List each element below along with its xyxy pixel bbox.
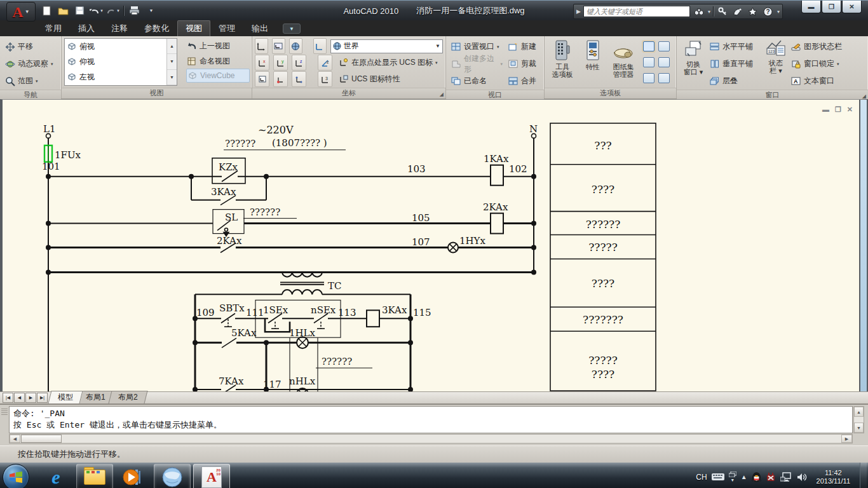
schematic-canvas[interactable]: L1 N ~220V ?????? (1807???? ) 1FUx 101 K… [3,100,859,391]
ime-language-indicator[interactable]: CH [696,473,707,482]
ime-toolbar[interactable]: ▾ [729,471,736,483]
favorites-button[interactable] [747,6,759,17]
command-line[interactable]: 命令: '_PAN按 Esc 或 Enter 键退出，或单击右键显示快捷菜单。 [9,406,853,433]
taskbar-wmp-button[interactable] [116,464,151,488]
panel-launcher-icon[interactable]: ◢ [440,90,444,99]
network-icon[interactable] [780,472,792,482]
view-list[interactable]: 俯视 仰视 左视 ▲ ▼ ▼ [64,38,177,86]
ucs-named-button[interactable] [313,38,327,54]
tab-view[interactable]: 视图 [177,20,210,36]
ucs-world-button[interactable] [255,38,268,54]
drawing-area[interactable]: L1 N ~220V ?????? (1807???? ) 1FUx 101 K… [0,99,868,391]
application-menu-button[interactable]: A▼ [6,2,36,22]
view-list-scrollbar[interactable]: ▲ ▼ ▼ [166,39,177,85]
close-button[interactable]: ✕ [842,1,862,13]
scrollbar-thumb[interactable] [21,435,62,443]
tab-manage[interactable]: 管理 [210,20,243,36]
ucs-previous-button[interactable] [272,38,285,54]
drawing-status-bar-button[interactable]: 图形状态栏 [789,38,865,55]
scroll-down-icon[interactable]: ▼ [854,423,864,433]
undo-button[interactable]: ▾ [89,4,104,17]
show-hidden-icons-button[interactable]: ▲ [741,473,747,480]
tile-vertical-button[interactable]: 垂直平铺 [707,55,763,72]
search-button[interactable] [693,6,705,17]
viewport-new-button[interactable]: 新建 [506,38,541,55]
next-tab-button[interactable]: ▶ [25,393,36,403]
zoom-extents-button[interactable]: 范围▾ [3,72,58,90]
tab-model[interactable]: 模型 [48,391,83,403]
viewport-named-button[interactable]: 已命名 [449,72,505,90]
ucs-3point-button[interactable] [292,71,306,87]
view-list-item-top[interactable]: 俯视 [65,39,166,54]
taskbar-browser-button[interactable] [154,464,191,488]
redo-button[interactable]: ▾ [105,4,120,17]
scroll-right-icon[interactable]: ▶ [841,435,852,443]
minimize-button[interactable]: ▬ [801,1,821,13]
scroll-left-icon[interactable]: ◀ [10,435,20,443]
command-vscrollbar[interactable]: ▲ ▼ [853,406,864,433]
open-button[interactable] [56,4,71,17]
new-button[interactable] [39,4,54,17]
view-list-item-bottom[interactable]: 仰视 [65,54,166,69]
dbconnect-palette-button[interactable] [641,54,656,70]
tab-annotate[interactable]: 注释 [103,20,136,36]
ucs-3-button[interactable]: 3 [318,71,332,87]
first-tab-button[interactable]: |◀ [3,393,13,403]
scroll-split-icon[interactable]: ▼ [167,70,177,85]
tab-layout2[interactable]: 布局2 [108,391,147,403]
lights-palette-button[interactable] [656,70,672,86]
drawing-minimize-button[interactable]: ▬ [822,106,829,113]
search-scope-dropdown[interactable]: ▾ [708,9,710,15]
ucs-x-button[interactable]: x [255,55,269,71]
viewport-polygonal-button[interactable]: 创建多边形▾ [449,55,505,72]
ucs-origin-button[interactable] [273,71,288,87]
search-input[interactable] [583,6,690,17]
help-button[interactable]: ? [762,6,775,17]
tab-output[interactable]: 输出 [243,20,276,36]
command-window-grip[interactable] [1,407,8,415]
tab-home[interactable]: 常用 [37,20,70,36]
ribbon-minimize-button[interactable]: ▼ [283,24,301,34]
viewcube-button[interactable]: ViewCube [186,69,250,83]
drawing-close-button[interactable]: ✕ [847,106,853,113]
chevron-down-icon[interactable]: ▼ [435,43,440,49]
taskbar-explorer-button[interactable] [76,464,113,488]
start-button[interactable] [3,464,29,488]
ucs-y-button[interactable]: y [273,55,288,71]
properties-palette-button[interactable]: 特性 [578,38,608,88]
speaker-icon[interactable] [797,473,807,482]
plugin-alert-icon[interactable] [766,472,776,482]
ucs-view-button[interactable] [255,71,269,87]
cascade-button[interactable]: 层叠 [707,72,763,90]
scroll-down-icon[interactable]: ▼ [167,54,177,69]
scroll-up-icon[interactable]: ▲ [854,407,864,417]
command-hscrollbar[interactable]: ◀ ▶ [9,434,853,444]
ucs-zaxis-button[interactable]: z [318,55,332,71]
keyboard-icon[interactable] [712,473,724,481]
named-views-button[interactable]: 命名视图 [186,53,250,69]
tile-horizontal-button[interactable]: 水平平铺 [707,38,763,55]
orbit-button[interactable]: 动态观察▾ [3,55,58,72]
show-desktop-button[interactable] [860,463,867,488]
viewport-clip-button[interactable]: 剪裁 [506,55,541,72]
window-lock-button[interactable]: 窗口锁定▾ [789,55,865,72]
ucs-icon-properties-button[interactable]: UCS 图标特性 [336,73,402,85]
help-dropdown[interactable]: ▾ [777,9,780,15]
qq-icon[interactable] [752,471,761,482]
tab-insert[interactable]: 插入 [70,20,103,36]
scroll-up-icon[interactable]: ▲ [167,39,177,54]
previous-view-button[interactable]: 上一视图 [186,38,250,53]
restore-button[interactable]: ❐ [822,1,841,13]
taskbar-ie-button[interactable]: e [38,464,74,488]
switch-windows-button[interactable]: 切换窗口 ▾ [679,38,707,90]
dashboard-palette-button[interactable] [641,38,656,54]
visual-styles-palette-button[interactable] [656,38,672,54]
text-window-button[interactable]: A文本窗口 [789,72,865,90]
tab-parametric[interactable]: 参数化 [136,20,177,36]
view-list-item-left[interactable]: 左视 [65,69,166,85]
ucs-combo[interactable]: 世界 ▼ [330,39,443,53]
markup-palette-button[interactable] [641,70,656,86]
status-bar-menu-button[interactable]: 123 状态栏 ▾ [763,38,789,90]
viewport-join-button[interactable]: 合并 [506,72,541,90]
ucs-object-button[interactable] [289,38,302,54]
